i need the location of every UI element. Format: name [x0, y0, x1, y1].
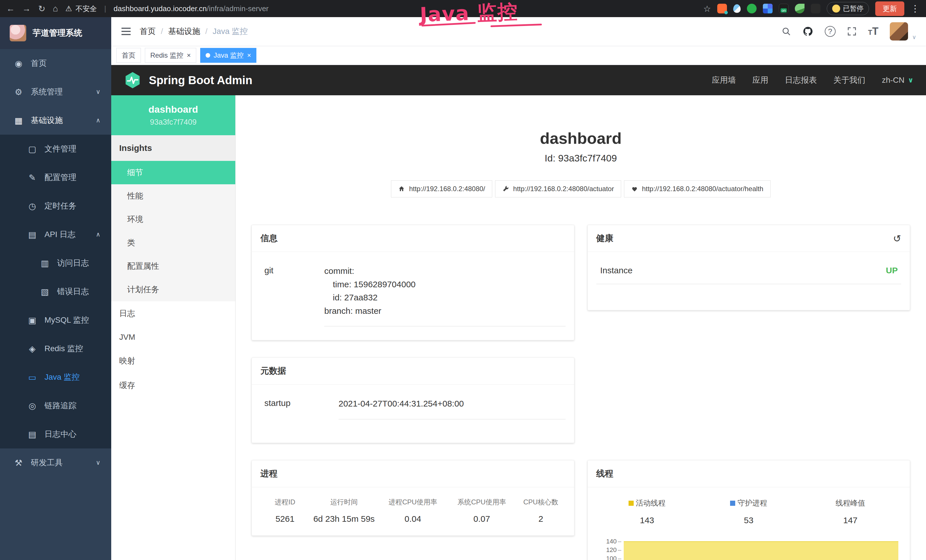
- github-icon[interactable]: [802, 26, 813, 37]
- sidebar-item-home[interactable]: ◉ 首页: [0, 49, 111, 77]
- logo-avatar: [10, 25, 26, 41]
- tags-view: 首页 Redis 监控 × Java 监控 ×: [111, 45, 926, 65]
- actuator-url-button[interactable]: http://192.168.0.2:48080/actuator: [495, 180, 621, 197]
- url-domain: dashboard.yudao.iocoder.cn: [113, 4, 207, 13]
- info-key: git: [264, 265, 324, 326]
- extension-icon[interactable]: [763, 4, 773, 14]
- chevron-up-icon: ∧: [96, 117, 100, 124]
- sba-item-classes[interactable]: 类: [111, 231, 235, 254]
- sidebar-item-infrastructure[interactable]: ▦ 基础设施 ∧: [0, 106, 111, 135]
- sidebar-item-api-logs[interactable]: ▤ API 日志 ∧: [0, 220, 111, 249]
- process-card-title: 进程: [252, 460, 574, 487]
- sba-item-environment[interactable]: 环境: [111, 208, 235, 231]
- sidebar-item-scheduled-tasks[interactable]: ◷ 定时任务: [0, 192, 111, 220]
- back-icon[interactable]: ←: [6, 4, 15, 14]
- tag-java-monitor[interactable]: Java 监控 ×: [200, 48, 256, 63]
- sba-locale-select[interactable]: zh-CN ∨: [882, 76, 914, 85]
- info-value: commit: time: 1596289704000 id: 27aa832 …: [324, 265, 566, 326]
- extension-switch-icon[interactable]: on: [779, 4, 788, 14]
- paused-badge[interactable]: 已暂停: [827, 2, 869, 15]
- clock-icon: ◷: [27, 201, 38, 211]
- sba-instance-header[interactable]: dashboard 93a3fc7f7409: [111, 95, 235, 135]
- health-card-title: 健康: [596, 233, 613, 244]
- tag-home[interactable]: 首页: [117, 48, 141, 63]
- metadata-value: 2021-04-27T00:44:31.254+08:00: [339, 397, 566, 419]
- extension-icon[interactable]: [717, 4, 727, 14]
- sba-nav-about[interactable]: 关于我们: [833, 75, 865, 86]
- log-center-icon: ▤: [27, 429, 38, 439]
- chrome-menu-icon[interactable]: ⋮: [911, 3, 920, 14]
- fullscreen-icon[interactable]: [847, 27, 857, 36]
- metadata-card: 元数据 startup 2021-04-27T00:44:31.254+08:0…: [251, 357, 574, 443]
- java-icon: ▭: [27, 372, 38, 382]
- font-size-icon[interactable]: TT: [868, 26, 879, 37]
- divider: |: [104, 4, 106, 13]
- sidebar-item-dev-tools[interactable]: ⚒ 研发工具 ∨: [0, 448, 111, 477]
- extension-puzzle-icon[interactable]: [811, 4, 820, 14]
- sba-item-logs[interactable]: 日志: [111, 301, 235, 326]
- app-logo[interactable]: 芋道管理系统: [0, 17, 111, 49]
- breadcrumb: 首页 / 基础设施 / Java 监控: [140, 26, 248, 37]
- dashboard-icon: ◉: [13, 59, 24, 68]
- sba-item-caches[interactable]: 缓存: [111, 373, 235, 398]
- sba-item-scheduled-tasks[interactable]: 计划任务: [111, 278, 235, 301]
- close-icon[interactable]: ×: [247, 51, 251, 59]
- top-navbar: 首页 / 基础设施 / Java 监控 ? TT ∨: [111, 17, 926, 45]
- sidebar-item-error-logs[interactable]: ▧ 错误日志: [0, 277, 111, 306]
- breadcrumb-infra[interactable]: 基础设施: [168, 26, 200, 37]
- metadata-row-startup: startup 2021-04-27T00:44:31.254+08:00: [260, 393, 566, 419]
- sidebar-item-java-monitor[interactable]: ▭ Java 监控: [0, 363, 111, 391]
- sidebar-item-file-management[interactable]: ▢ 文件管理: [0, 135, 111, 163]
- extension-icon[interactable]: [795, 4, 805, 14]
- sba-item-config-props[interactable]: 配置属性: [111, 254, 235, 278]
- security-indicator[interactable]: ⚠ 不安全: [65, 4, 97, 14]
- sidebar-item-trace[interactable]: ◎ 链路追踪: [0, 391, 111, 420]
- extension-icon[interactable]: [733, 4, 741, 13]
- paused-label: 已暂停: [843, 4, 864, 13]
- sba-item-jvm[interactable]: JVM: [111, 326, 235, 349]
- sba-brand-title[interactable]: Spring Boot Admin: [149, 74, 253, 87]
- security-label: 不安全: [76, 4, 97, 14]
- sidebar-item-mysql-monitor[interactable]: ▣ MySQL 监控: [0, 306, 111, 334]
- hamburger-icon[interactable]: [121, 27, 131, 36]
- sba-item-details[interactable]: 细节: [111, 161, 235, 184]
- url-path: /infra/admin-server: [207, 4, 269, 13]
- daemon-threads-swatch: [730, 501, 735, 506]
- sba-item-metrics[interactable]: 性能: [111, 184, 235, 208]
- update-button[interactable]: 更新: [875, 2, 904, 16]
- address-bar[interactable]: dashboard.yudao.iocoder.cn/infra/admin-s…: [113, 4, 268, 13]
- sidebar-item-access-logs[interactable]: ▥ 访问日志: [0, 249, 111, 277]
- sba-sidebar: dashboard 93a3fc7f7409 Insights 细节 性能 环境…: [111, 95, 236, 560]
- health-url-button[interactable]: http://192.168.0.2:48080/actuator/health: [624, 180, 770, 197]
- sidebar-item-redis-monitor[interactable]: ◈ Redis 监控: [0, 334, 111, 363]
- home-icon: [398, 185, 405, 192]
- help-icon[interactable]: ?: [825, 26, 835, 37]
- sidebar-item-system-management[interactable]: ⚙ 系统管理 ∨: [0, 77, 111, 106]
- refresh-icon[interactable]: ↻: [38, 4, 45, 14]
- user-avatar[interactable]: [890, 22, 908, 41]
- sba-nav-wall[interactable]: 应用墙: [712, 75, 736, 86]
- history-icon[interactable]: ↺: [893, 233, 902, 244]
- sba-logo-icon: [124, 71, 141, 89]
- service-url-button[interactable]: http://192.168.0.2:48080/: [391, 180, 492, 197]
- sidebar-item-config-management[interactable]: ✎ 配置管理: [0, 163, 111, 192]
- close-icon[interactable]: ×: [187, 51, 191, 59]
- sba-item-mappings[interactable]: 映射: [111, 349, 235, 373]
- search-icon[interactable]: [781, 27, 791, 36]
- home-icon[interactable]: ⌂: [53, 4, 58, 14]
- sidebar-item-log-center[interactable]: ▤ 日志中心: [0, 420, 111, 448]
- bookmark-star-icon[interactable]: ☆: [703, 4, 711, 14]
- forward-icon[interactable]: →: [22, 4, 31, 14]
- chevron-up-icon: ∧: [96, 231, 100, 238]
- metadata-key: startup: [264, 397, 339, 419]
- redis-icon: ◈: [27, 344, 38, 354]
- extension-icon[interactable]: [747, 4, 757, 14]
- health-row-instance: Instance UP: [596, 260, 902, 284]
- sba-nav-applications[interactable]: 应用: [752, 75, 768, 86]
- sba-nav-journal[interactable]: 日志报表: [785, 75, 817, 86]
- breadcrumb-home[interactable]: 首页: [140, 26, 156, 37]
- active-dot: [206, 53, 210, 58]
- breadcrumb-current: Java 监控: [213, 26, 248, 37]
- sba-group-insights[interactable]: Insights: [111, 135, 235, 161]
- tag-redis-monitor[interactable]: Redis 监控 ×: [145, 48, 196, 63]
